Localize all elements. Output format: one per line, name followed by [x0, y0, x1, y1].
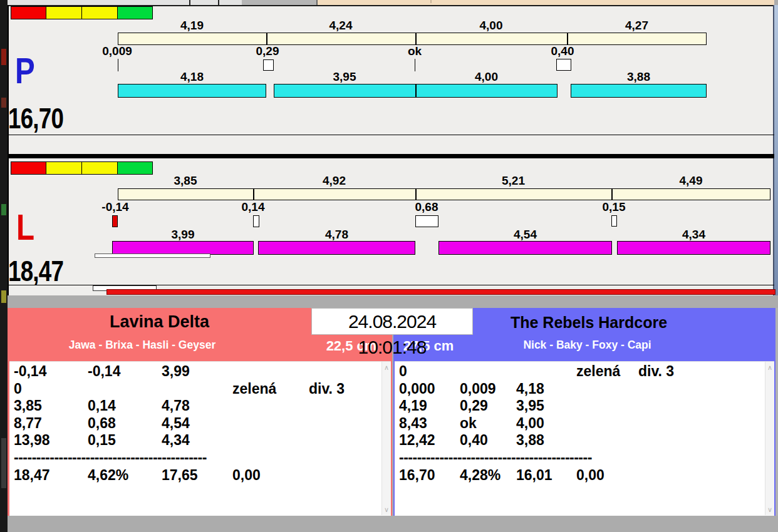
lane-divider-bar	[8, 154, 774, 158]
result-cell	[232, 415, 309, 432]
team-right-split-rows: 0zelenádiv. 30,0000,0094,184,190,293,958…	[399, 363, 768, 449]
gap-value-p4: 0,40	[537, 45, 588, 58]
result-cell	[576, 432, 638, 449]
scroll-up-icon[interactable]: ∧	[382, 363, 391, 372]
result-cell: 0,14	[88, 397, 162, 415]
summary-net-time: 17,65	[162, 467, 232, 484]
gap-value-p1: 0,009	[92, 45, 142, 58]
top-strip-tick	[316, 0, 318, 5]
result-cell: 12,42	[399, 432, 460, 449]
summary-total-time: 16,70	[399, 467, 460, 484]
result-cell: 0,000	[399, 381, 460, 398]
team-left-split-rows: -0,14-0,143,990zelenádiv. 33,850,144,788…	[14, 363, 385, 449]
result-row: 8,770,684,54	[14, 415, 385, 432]
section-separator-band	[8, 295, 778, 308]
lane-p-progress-baseline	[8, 135, 774, 135]
gap-marker-box-l3	[415, 215, 438, 227]
result-cell	[232, 363, 309, 381]
result-cell: ok	[460, 415, 516, 432]
team-left-scrollbar[interactable]: ∧ ∨	[381, 362, 391, 515]
result-cell	[638, 432, 768, 449]
status-block-yellow-l	[46, 161, 82, 175]
lane-l-letter: L	[16, 209, 34, 245]
lane-p-bar-segment3	[571, 84, 707, 98]
top-strip-segment	[242, 0, 317, 5]
result-row: 12,420,403,88	[399, 432, 768, 449]
split-bottom-value-l2: 4,78	[258, 228, 415, 241]
split-bar-top-p	[118, 33, 707, 45]
gap-value-p3: ok	[390, 45, 440, 58]
result-cell: 8,77	[14, 415, 88, 432]
team-right-name: The Rebels Hardcore	[473, 314, 705, 332]
result-row: 4,190,293,95	[399, 397, 768, 415]
split-top-value-p2: 4,24	[266, 19, 415, 32]
lane-l-bar-segment3	[438, 241, 612, 255]
result-cell: 8,43	[399, 415, 460, 432]
status-block-green-p	[117, 6, 153, 19]
split-bar-divider	[415, 188, 417, 200]
result-cell: 4,54	[162, 415, 232, 432]
result-cell: 0	[14, 381, 88, 398]
split-top-value-l3: 5,21	[415, 175, 611, 187]
result-cell: 0	[399, 363, 460, 381]
gap-marker-tick-p1	[118, 59, 118, 71]
lane-l-marker-strip	[95, 253, 210, 258]
team-left-members: Jawa - Brixa - Hasli - Geyser	[8, 339, 277, 352]
result-cell	[162, 381, 232, 398]
result-row: 13,980,154,34	[14, 432, 385, 449]
split-top-value-l1: 3,85	[118, 175, 253, 187]
result-cell: 3,95	[516, 397, 576, 415]
split-bar-top-l	[118, 188, 770, 200]
split-bottom-value-p3: 4,00	[415, 71, 558, 83]
result-cell	[576, 397, 638, 415]
left-strip-speck	[1, 98, 6, 108]
team-right-results-list[interactable]: 0zelenádiv. 30,0000,0094,184,190,293,958…	[395, 363, 768, 516]
results-separator-line: ----------------------------------------…	[14, 449, 385, 467]
result-row: 0zelenádiv. 3	[14, 381, 385, 398]
result-cell	[309, 397, 385, 415]
result-row: 0zelenádiv. 3	[399, 363, 768, 381]
lane-l-total-time: 18,47	[8, 257, 63, 285]
left-strip-speck	[1, 438, 6, 488]
scroll-down-icon[interactable]: ∨	[765, 505, 774, 514]
result-cell: 4,34	[162, 432, 232, 449]
background-window-left-strip	[0, 0, 8, 532]
background-window-right-strip-bottom	[775, 308, 778, 532]
top-strip-tick	[218, 0, 219, 5]
result-cell	[576, 415, 638, 432]
team-left-summary-row: 18,47 4,62% 17,65 0,00	[14, 467, 385, 484]
result-cell: 0,40	[460, 432, 516, 449]
team-left-results-list[interactable]: -0,14-0,143,990zelenádiv. 33,850,144,788…	[9, 363, 385, 516]
lane-p-bar-segment1	[118, 84, 266, 98]
gap-value-l3: 0,68	[402, 201, 452, 213]
result-cell: 4,00	[516, 415, 576, 432]
result-cell: -0,14	[14, 363, 88, 381]
background-window-right-strip	[774, 5, 778, 308]
result-cell: zelená	[576, 363, 638, 381]
summary-penalty: 0,00	[232, 467, 309, 484]
split-top-value-l2: 4,92	[253, 175, 415, 187]
gap-marker-box-p4	[556, 59, 571, 71]
scroll-up-icon[interactable]: ∧	[765, 363, 774, 372]
result-cell	[88, 381, 162, 398]
split-top-value-p3: 4,00	[415, 19, 567, 32]
summary-percent: 4,62%	[88, 467, 162, 484]
gap-marker-box-l2	[253, 215, 259, 227]
team-right-scrollbar[interactable]: ∧ ∨	[765, 362, 774, 515]
race-timing-app: 4,19 4,24 4,00 4,27 0,009 0,29 ok 0,40 4…	[0, 0, 778, 532]
result-cell	[576, 381, 638, 398]
team-right-members: Nick - Baky - Foxy - Capi	[473, 339, 702, 352]
lane-p-total-time: 16,70	[8, 104, 63, 133]
split-bar-divider	[415, 33, 417, 45]
result-row: 3,850,144,78	[14, 397, 385, 415]
result-cell: 4,19	[399, 397, 460, 415]
scroll-down-icon[interactable]: ∨	[382, 505, 391, 514]
split-bottom-value-l3: 4,54	[438, 228, 612, 241]
result-cell: 3,88	[516, 432, 576, 449]
result-cell	[232, 397, 309, 415]
left-strip-speck	[1, 290, 6, 303]
background-window-top-strip	[8, 0, 774, 5]
gap-marker-box-p2	[263, 59, 274, 71]
gap-value-l2: 0,14	[228, 201, 278, 213]
lane-l-bar-segment2	[258, 241, 415, 255]
